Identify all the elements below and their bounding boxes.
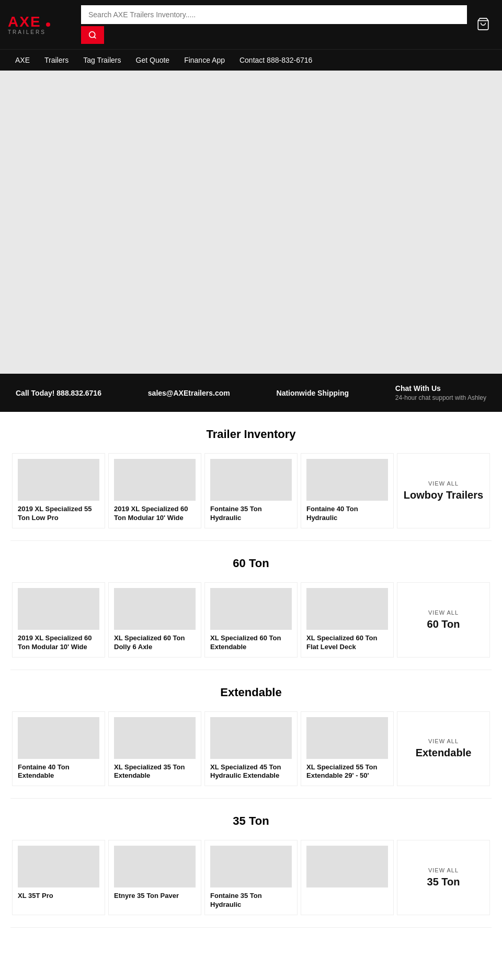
info-email: sales@AXEtrailers.com xyxy=(148,389,230,397)
section-0: Trailer Inventory2019 XL Specialized 55 … xyxy=(0,412,502,540)
search-input[interactable] xyxy=(81,5,467,24)
view-all-label-2: VIEW ALL xyxy=(428,738,459,744)
product-card-2-3[interactable]: XL Specialized 55 Ton Extendable 29' - 5… xyxy=(301,711,394,787)
view-all-card-3[interactable]: VIEW ALL35 Ton xyxy=(397,840,490,915)
info-bar: Call Today! 888.832.6716 sales@AXEtraile… xyxy=(0,374,502,412)
product-image-0-3 xyxy=(306,459,388,501)
product-name-0-0: 2019 XL Specialized 55 Ton Low Pro xyxy=(18,505,99,523)
product-card-3-2[interactable]: Fontaine 35 Ton Hydraulic xyxy=(204,840,298,915)
product-image-2-1 xyxy=(114,717,196,759)
nav-item-axe[interactable]: AXE xyxy=(8,50,37,71)
product-name-3-1: Etnyre 35 Ton Paver xyxy=(114,892,196,901)
product-image-2-2 xyxy=(210,717,292,759)
cart-button[interactable] xyxy=(472,13,494,37)
info-call-label: Call Today! 888.832.6716 xyxy=(16,389,101,397)
product-card-1-3[interactable]: XL Specialized 60 Ton Flat Level Deck xyxy=(301,582,394,658)
search-button[interactable] xyxy=(81,26,104,44)
product-card-0-3[interactable]: Fontaine 40 Ton Hydraulic xyxy=(301,453,394,528)
nav-item-finance-app[interactable]: Finance App xyxy=(177,50,232,71)
search-icon xyxy=(88,30,97,40)
view-all-card-0[interactable]: VIEW ALLLowboy Trailers xyxy=(397,453,490,528)
section-title-2: Extendable xyxy=(10,686,492,699)
product-image-2-0 xyxy=(18,717,99,759)
product-name-1-0: 2019 XL Specialized 60 Ton Modular 10' W… xyxy=(18,634,99,652)
info-shipping: Nationwide Shipping xyxy=(277,389,349,397)
view-all-title-1: 60 Ton xyxy=(427,618,460,630)
product-card-1-2[interactable]: XL Specialized 60 Ton Extendable xyxy=(204,582,298,658)
product-card-1-0[interactable]: 2019 XL Specialized 60 Ton Modular 10' W… xyxy=(12,582,105,658)
product-name-1-3: XL Specialized 60 Ton Flat Level Deck xyxy=(306,634,388,652)
product-image-1-3 xyxy=(306,588,388,630)
product-name-3-2: Fontaine 35 Ton Hydraulic xyxy=(210,892,292,909)
product-name-2-2: XL Specialized 45 Ton Hydraulic Extendab… xyxy=(210,763,292,781)
info-chat-sub: 24-hour chat support with Ashley xyxy=(395,394,486,401)
view-all-label-1: VIEW ALL xyxy=(428,609,459,616)
header: AXE TRAILERS xyxy=(0,0,502,49)
product-card-3-0[interactable]: XL 35T Pro xyxy=(12,840,105,915)
nav-item-contact[interactable]: Contact 888-832-6716 xyxy=(232,50,320,71)
product-card-0-2[interactable]: Fontaine 35 Ton Hydraulic xyxy=(204,453,298,528)
info-shipping-label: Nationwide Shipping xyxy=(277,389,349,397)
search-area xyxy=(81,5,467,44)
product-image-2-3 xyxy=(306,717,388,759)
view-all-label-3: VIEW ALL xyxy=(428,867,459,873)
product-card-2-2[interactable]: XL Specialized 45 Ton Hydraulic Extendab… xyxy=(204,711,298,787)
nav-item-tag-trailers[interactable]: Tag Trailers xyxy=(76,50,128,71)
info-chat-label: Chat With Us xyxy=(395,384,486,393)
product-card-3-1[interactable]: Etnyre 35 Ton Paver xyxy=(108,840,201,915)
product-name-2-1: XL Specialized 35 Ton Extendable xyxy=(114,763,196,781)
product-name-2-3: XL Specialized 55 Ton Extendable 29' - 5… xyxy=(306,763,388,781)
nav-item-get-quote[interactable]: Get Quote xyxy=(129,50,177,71)
product-card-0-0[interactable]: 2019 XL Specialized 55 Ton Low Pro xyxy=(12,453,105,528)
section-title-1: 60 Ton xyxy=(10,557,492,570)
info-email-label: sales@AXEtrailers.com xyxy=(148,389,230,397)
product-name-0-2: Fontaine 35 Ton Hydraulic xyxy=(210,505,292,523)
view-all-label-0: VIEW ALL xyxy=(428,480,459,487)
product-row-0: 2019 XL Specialized 55 Ton Low Pro2019 X… xyxy=(10,452,492,530)
logo-sub: TRAILERS xyxy=(8,29,50,35)
product-name-1-1: XL Specialized 60 Ton Dolly 6 Axle xyxy=(114,634,196,652)
product-row-2: Fontaine 40 Ton ExtendableXL Specialized… xyxy=(10,710,492,788)
main-nav: AXE Trailers Tag Trailers Get Quote Fina… xyxy=(0,49,502,71)
product-card-1-1[interactable]: XL Specialized 60 Ton Dolly 6 Axle xyxy=(108,582,201,658)
logo-area: AXE TRAILERS xyxy=(8,15,76,35)
view-all-title-3: 35 Ton xyxy=(427,875,460,888)
section-3: 35 TonXL 35T ProEtnyre 35 Ton PaverFonta… xyxy=(0,799,502,927)
product-image-0-1 xyxy=(114,459,196,501)
product-image-1-1 xyxy=(114,588,196,630)
hero-banner xyxy=(0,71,502,374)
section-divider-3 xyxy=(10,927,492,928)
product-image-3-1 xyxy=(114,846,196,887)
product-row-1: 2019 XL Specialized 60 Ton Modular 10' W… xyxy=(10,581,492,659)
cart-icon xyxy=(476,17,490,31)
product-image-1-2 xyxy=(210,588,292,630)
product-card-2-1[interactable]: XL Specialized 35 Ton Extendable xyxy=(108,711,201,787)
product-card-3-3[interactable] xyxy=(301,840,394,915)
product-image-0-2 xyxy=(210,459,292,501)
view-all-card-1[interactable]: VIEW ALL60 Ton xyxy=(397,582,490,658)
section-title-0: Trailer Inventory xyxy=(10,428,492,441)
product-image-3-2 xyxy=(210,846,292,887)
info-chat: Chat With Us 24-hour chat support with A… xyxy=(395,384,486,401)
view-all-card-2[interactable]: VIEW ALLExtendable xyxy=(397,711,490,787)
product-card-2-0[interactable]: Fontaine 40 Ton Extendable xyxy=(12,711,105,787)
product-row-3: XL 35T ProEtnyre 35 Ton PaverFontaine 35… xyxy=(10,838,492,917)
product-name-3-0: XL 35T Pro xyxy=(18,892,99,901)
product-image-3-0 xyxy=(18,846,99,887)
product-name-1-2: XL Specialized 60 Ton Extendable xyxy=(210,634,292,652)
view-all-title-0: Lowboy Trailers xyxy=(404,489,483,501)
section-title-3: 35 Ton xyxy=(10,814,492,828)
logo-text: AXE xyxy=(8,15,50,29)
product-image-1-0 xyxy=(18,588,99,630)
product-image-3-3 xyxy=(306,846,388,887)
nav-item-trailers[interactable]: Trailers xyxy=(37,50,76,71)
view-all-title-2: Extendable xyxy=(416,746,472,759)
product-name-0-3: Fontaine 40 Ton Hydraulic xyxy=(306,505,388,523)
product-image-0-0 xyxy=(18,459,99,501)
info-call: Call Today! 888.832.6716 xyxy=(16,389,101,397)
product-name-0-1: 2019 XL Specialized 60 Ton Modular 10' W… xyxy=(114,505,196,523)
section-1: 60 Ton2019 XL Specialized 60 Ton Modular… xyxy=(0,541,502,670)
product-card-0-1[interactable]: 2019 XL Specialized 60 Ton Modular 10' W… xyxy=(108,453,201,528)
product-name-2-0: Fontaine 40 Ton Extendable xyxy=(18,763,99,781)
section-2: ExtendableFontaine 40 Ton ExtendableXL S… xyxy=(0,670,502,799)
